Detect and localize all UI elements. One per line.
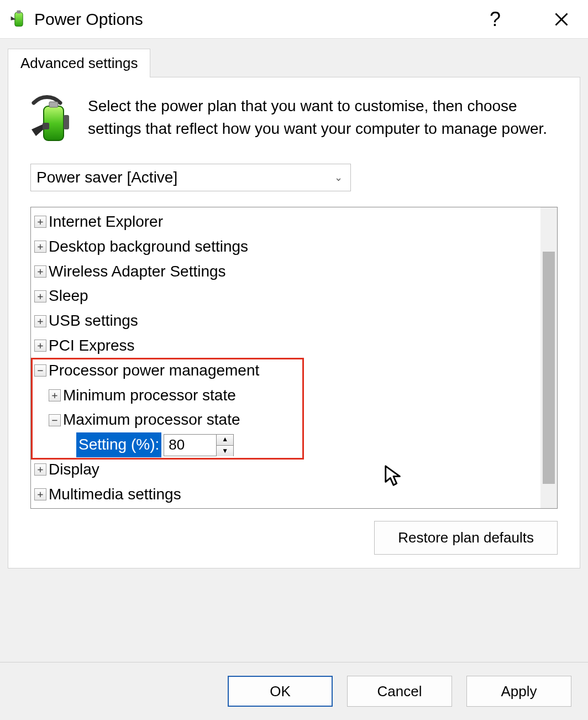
close-button[interactable] (545, 3, 578, 36)
dialog-button-row: OK Cancel Apply (0, 662, 588, 720)
tree-item-min-processor-state[interactable]: + Minimum processor state (32, 383, 539, 408)
tree-item-pci-express[interactable]: + PCI Express (32, 333, 539, 358)
expand-icon[interactable]: + (34, 216, 46, 228)
tab-body: Select the power plan that you want to c… (8, 77, 580, 568)
expand-icon[interactable]: + (34, 265, 46, 278)
restore-row: Restore plan defaults (30, 521, 558, 555)
tab-advanced-settings[interactable]: Advanced settings (8, 49, 150, 77)
expand-icon[interactable]: + (34, 290, 46, 302)
tree-label: USB settings (49, 309, 138, 333)
tree-item-display[interactable]: + Display (32, 457, 539, 482)
svg-rect-1 (17, 10, 20, 13)
tree-label: Processor power management (49, 358, 259, 383)
expand-icon[interactable]: + (34, 340, 46, 352)
restore-defaults-button[interactable]: Restore plan defaults (374, 521, 558, 555)
setting-label: Setting (%): (76, 432, 161, 457)
help-button[interactable]: ? (479, 3, 512, 36)
titlebar: Power Options ? (0, 0, 588, 39)
app-icon (8, 8, 30, 30)
expand-icon[interactable]: + (34, 315, 46, 327)
svg-rect-4 (64, 115, 69, 129)
scrollbar-thumb[interactable] (543, 252, 555, 484)
spinner-buttons: ▲ ▼ (217, 434, 234, 456)
tree-label: Minimum processor state (63, 383, 236, 408)
expand-icon[interactable]: + (34, 488, 46, 500)
intro-block: Select the power plan that you want to c… (30, 93, 558, 148)
ok-button[interactable]: OK (228, 676, 333, 707)
tree-item-setting-value[interactable]: Setting (%): ▲ ▼ (32, 432, 539, 457)
tree-item-usb-settings[interactable]: + USB settings (32, 309, 539, 333)
svg-rect-5 (43, 123, 49, 129)
tree-item-sleep[interactable]: + Sleep (32, 284, 539, 309)
expand-icon[interactable]: + (34, 241, 46, 253)
chevron-down-icon: ⌄ (334, 171, 343, 184)
tree-label: Display (49, 457, 99, 482)
svg-rect-3 (49, 102, 58, 107)
apply-button[interactable]: Apply (466, 676, 571, 707)
tree-label: Desktop background settings (49, 234, 248, 259)
tree-label: PCI Express (49, 333, 135, 358)
tree-item-processor-power[interactable]: − Processor power management (32, 358, 539, 383)
expand-icon[interactable]: + (34, 463, 46, 476)
power-plan-value: Power saver [Active] (36, 169, 334, 186)
tree-item-max-processor-state[interactable]: − Maximum processor state (32, 408, 539, 432)
tree-label: Multimedia settings (49, 482, 181, 507)
spinner-down-button[interactable]: ▼ (217, 446, 233, 456)
tree-item-desktop-background[interactable]: + Desktop background settings (32, 234, 539, 259)
settings-tree: + Internet Explorer + Desktop background… (30, 207, 558, 509)
window-title: Power Options (34, 10, 479, 29)
collapse-icon[interactable]: − (34, 364, 46, 377)
tab-strip: Advanced settings (0, 39, 588, 77)
tree-label: Maximum processor state (63, 408, 240, 432)
expand-icon[interactable]: + (49, 389, 61, 401)
scrollbar[interactable] (540, 207, 557, 508)
spinner-up-button[interactable]: ▲ (217, 435, 233, 446)
cancel-button[interactable]: Cancel (347, 676, 452, 707)
collapse-icon[interactable]: − (49, 414, 61, 426)
setting-value-input[interactable] (164, 434, 217, 456)
tree-label: Wireless Adapter Settings (49, 259, 226, 284)
tree-item-internet-explorer[interactable]: + Internet Explorer (32, 210, 539, 234)
power-plan-select[interactable]: Power saver [Active] ⌄ (30, 164, 351, 191)
tree-label: Sleep (49, 284, 88, 309)
svg-rect-0 (15, 12, 23, 26)
tree-item-multimedia[interactable]: + Multimedia settings (32, 482, 539, 507)
battery-plug-icon (30, 93, 75, 148)
tree-viewport[interactable]: + Internet Explorer + Desktop background… (31, 207, 540, 508)
tree-label: Internet Explorer (49, 210, 163, 234)
tree-item-wireless-adapter[interactable]: + Wireless Adapter Settings (32, 259, 539, 284)
dialog-client: Advanced settings Select the power plan … (0, 39, 588, 720)
intro-text: Select the power plan that you want to c… (88, 93, 558, 148)
